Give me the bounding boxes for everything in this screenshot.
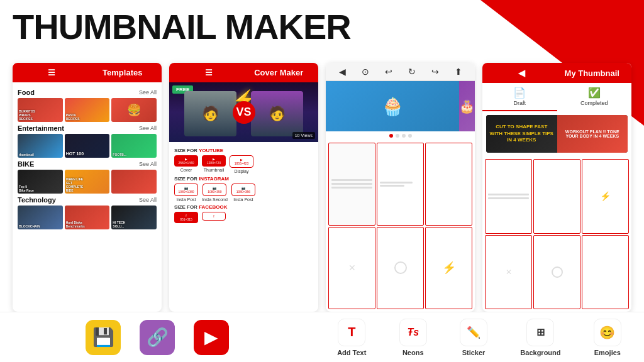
youtube-cover-icon: ▶ 2560×1440 — [174, 155, 198, 167]
youtube-thumbnail-label: Thumbnail — [204, 168, 225, 172]
screen3-header: ◀ ⊙ ↩ ↻ ↪ ⬆ — [326, 63, 475, 81]
add-text-label: Add Text — [337, 349, 366, 356]
template-cell-4[interactable]: ✕ — [328, 227, 375, 310]
bottom-bar-right: T Add Text Ŧs Neons ✏️ Sticker ⊞ Backgro… — [314, 312, 644, 362]
background-tool[interactable]: ⊞ Background — [520, 319, 560, 356]
bike-thumbs: Top 5Bike Race WHEN LIFEGETCOMPLETERIDE — [18, 170, 157, 194]
back-arrow-icon[interactable]: ◀ — [339, 67, 346, 77]
food-thumb-1-text: BURRITOSWRAPSRECIPES — [19, 109, 35, 121]
s4-lines-1 — [486, 191, 531, 202]
insta-second-label: Insta Second — [202, 197, 228, 202]
food-thumb-3-icon: 🍔 — [111, 98, 157, 122]
insta-second-size[interactable]: 📷 1080×350 Insta Second — [202, 184, 228, 202]
cupcake-image: 🧁 — [326, 81, 459, 131]
tech-thumb-1-text: BLOCKCHAIN — [19, 224, 40, 228]
food-thumb-1[interactable]: BURRITOSWRAPSRECIPES — [18, 98, 63, 122]
bike-thumb-3[interactable] — [111, 170, 157, 194]
insta-post-2-size[interactable]: 📷 1080×356 Insta Post — [231, 184, 255, 202]
forward-icon[interactable]: ↪ — [431, 67, 439, 77]
draft-tab[interactable]: 📄 Draft — [482, 83, 557, 111]
youtube-cover-size[interactable]: ▶ 2560×1440 Cover — [174, 155, 198, 173]
template-cell-5[interactable] — [377, 227, 424, 310]
ent-thumb-3[interactable]: FOOTB... — [111, 134, 157, 158]
template-cell-3[interactable] — [425, 143, 472, 226]
undo-icon[interactable]: ↩ — [385, 67, 392, 77]
candle-image: 🎂 — [459, 81, 475, 131]
screen2-header: ☰ Cover Maker — [169, 63, 318, 82]
food-category-row: Food See All — [18, 89, 157, 96]
s4-template-5[interactable] — [533, 235, 580, 310]
tech-thumb-1[interactable]: BLOCKCHAIN — [18, 206, 63, 229]
tech-thumb-3[interactable]: HI TECHSOLU... — [111, 206, 157, 229]
instagram-section-title: SIZE FOR INSTAGRAM — [174, 176, 313, 182]
save-button[interactable]: 💾 — [86, 320, 121, 355]
insta-post-1-size[interactable]: 📷 1080×1080 Insta Post — [174, 184, 198, 202]
s4-template-3[interactable]: ⚡ — [582, 159, 629, 234]
screen4-title: My Thumbnail — [559, 69, 626, 78]
templates-grid-s4: ⚡ ✕ — [482, 156, 631, 312]
template-cell-6[interactable]: ⚡ — [425, 227, 472, 310]
dot-indicators — [326, 131, 475, 140]
preview-left-text: CUT TO SHAPE FAST WITH THESE SIMPLE TIPS… — [486, 115, 557, 153]
entertainment-see-all[interactable]: See All — [139, 125, 157, 131]
neons-tool[interactable]: Ŧs Neons — [399, 319, 427, 356]
youtube-thumbnail-size[interactable]: ▶ 1280×720 Thumbnail — [202, 155, 226, 173]
s4-template-2[interactable] — [533, 159, 580, 234]
food-thumb-2-text: PASTARECIPES — [66, 113, 80, 121]
screen4-body: 📄 Draft ✅ Completed CUT TO SHAPE FAST WI… — [482, 83, 631, 312]
bike-thumb-2[interactable]: WHEN LIFEGETCOMPLETERIDE — [65, 170, 110, 194]
preview-right-text: WORKOUT PLAN !! TONE YOUR BODY IN 4 WEEK… — [557, 115, 628, 153]
sticker-icon: ✏️ — [460, 319, 487, 346]
neons-icon: Ŧs — [399, 319, 427, 346]
emojies-label: Emojies — [594, 349, 621, 356]
screen2-body: SIZE FOR YOUTUBE ▶ 2560×1440 Cover ▶ 128… — [169, 142, 318, 312]
bike-thumb-1[interactable]: Top 5Bike Race — [18, 170, 63, 194]
template-lines-1 — [329, 177, 375, 191]
insta-post-1-icon: 📷 1080×1080 — [174, 184, 198, 196]
redo-icon[interactable]: ↻ — [408, 67, 416, 77]
template-cell-2[interactable] — [377, 143, 424, 226]
s4-x-icon: ✕ — [506, 268, 512, 277]
youtube-display-size[interactable]: ▶ 1855×423 Display — [230, 155, 253, 173]
dot-4 — [408, 134, 412, 138]
s4-template-4[interactable]: ✕ — [485, 235, 532, 310]
background-label: Background — [520, 349, 560, 356]
food-thumb-2[interactable]: PASTARECIPES — [65, 98, 110, 122]
template-cell-1[interactable] — [328, 143, 375, 226]
facebook-icon-1: f 851×315 — [174, 212, 198, 223]
bottom-bar-left: 💾 🔗 ▶ — [0, 312, 314, 362]
food-see-all[interactable]: See All — [139, 89, 157, 96]
completed-tab[interactable]: ✅ Completed — [557, 83, 632, 111]
template-grid: ✕ ⚡ — [326, 140, 475, 312]
bike-see-all[interactable]: See All — [139, 161, 157, 167]
share-button[interactable]: 🔗 — [140, 320, 175, 355]
layers-icon[interactable]: ⊙ — [362, 67, 369, 77]
ent-thumb-1[interactable]: thumbnail — [18, 134, 63, 158]
youtube-thumbnail-icon: ▶ 1280×720 — [202, 155, 226, 167]
ent-thumb-2[interactable]: HOT 100 — [65, 134, 110, 158]
s4-template-1[interactable] — [485, 159, 532, 234]
bike-category-row: BIKE See All — [18, 160, 157, 168]
add-text-tool[interactable]: T Add Text — [337, 319, 366, 356]
bike-category-title: BIKE — [18, 160, 34, 168]
export-icon[interactable]: ⬆ — [455, 67, 462, 77]
hamburger-icon[interactable]: ☰ — [19, 68, 85, 77]
screen2-hamburger-icon[interactable]: ☰ — [175, 68, 242, 77]
ent-thumb-3-text: FOOTB... — [113, 153, 126, 156]
youtube-display-icon: ▶ 1855×423 — [230, 155, 253, 168]
facebook-size-1[interactable]: f 851×315 — [174, 212, 198, 223]
youtube-section-title: SIZE FOR YOUTUBE — [174, 148, 313, 153]
cover-image-area: FREE 🧑 ⚡ 🧑 VS 10 Views — [169, 82, 318, 142]
facebook-size-2[interactable]: f — [202, 212, 226, 223]
s4-template-6[interactable] — [582, 235, 629, 310]
food-thumb-3[interactable]: 🍔 — [111, 98, 157, 122]
emojies-tool[interactable]: 😊 Emojies — [594, 319, 621, 356]
ent-thumb-2-text: HOT 100 — [66, 151, 84, 156]
youtube-cover-label: Cover — [180, 168, 192, 172]
sticker-tool[interactable]: ✏️ Sticker — [460, 319, 487, 356]
technology-see-all[interactable]: See All — [139, 197, 157, 203]
tech-thumb-2[interactable]: Hard DisksBenchmarks — [65, 206, 110, 229]
youtube-button[interactable]: ▶ — [194, 320, 229, 355]
entertainment-category-title: Entertainment — [18, 124, 64, 132]
screen4-back-icon[interactable]: ◀ — [489, 68, 555, 78]
